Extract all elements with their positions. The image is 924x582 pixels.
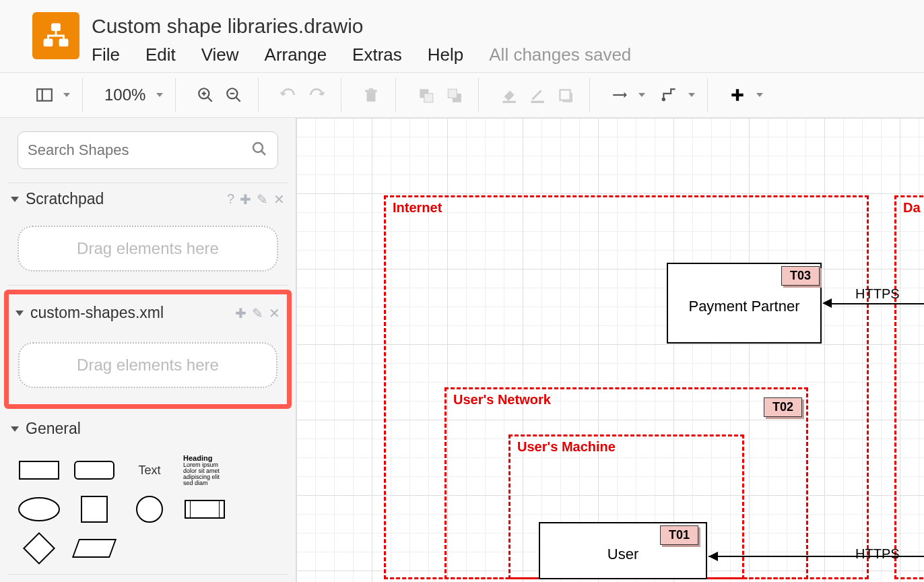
- node-payment-partner-label: Payment Partner: [688, 298, 799, 315]
- tag-t03[interactable]: T03: [781, 266, 820, 286]
- menu-help[interactable]: Help: [428, 44, 463, 65]
- line-color-button[interactable]: [525, 83, 549, 107]
- sidebar: Scratchpad ? ✚ ✎ ✕ Drag elements here cu…: [0, 118, 296, 582]
- svg-rect-3: [37, 89, 52, 100]
- scratchpad-header[interactable]: Scratchpad ? ✚ ✎ ✕: [8, 183, 288, 215]
- edge-https-1-label: HTTPS: [855, 286, 900, 302]
- edge-https-1[interactable]: [831, 303, 924, 304]
- edge-https-2-label: HTTPS: [855, 546, 900, 562]
- node-user-label: User: [607, 546, 638, 563]
- zone-user-network-label: User's Network: [453, 392, 551, 408]
- tag-t01[interactable]: T01: [660, 525, 698, 545]
- svg-line-10: [236, 97, 241, 102]
- chevron-down-icon: [11, 426, 19, 432]
- chevron-down-icon[interactable]: [156, 93, 163, 97]
- menu-view[interactable]: View: [201, 44, 239, 65]
- svg-line-27: [261, 151, 265, 155]
- tag-t02[interactable]: T02: [764, 397, 802, 417]
- shadow-button[interactable]: [553, 83, 577, 107]
- svg-rect-16: [424, 94, 433, 102]
- canvas[interactable]: Internet Da User's Network User's Machin…: [296, 118, 924, 582]
- arrow-head-icon: [708, 552, 718, 561]
- shape-ellipse[interactable]: [15, 493, 63, 525]
- shape-circle[interactable]: [125, 493, 174, 525]
- svg-rect-19: [503, 101, 517, 103]
- custom-shapes-title: custom-shapes.xml: [30, 304, 164, 322]
- custom-dropzone[interactable]: Drag elements here: [18, 342, 277, 388]
- shape-heading[interactable]: HeadingLorem ipsum dolor sit amet adipis…: [180, 454, 229, 486]
- chevron-down-icon[interactable]: [688, 93, 695, 97]
- shape-diamond[interactable]: [15, 532, 63, 564]
- delete-button[interactable]: [359, 83, 383, 107]
- toolbar: 100%: [0, 73, 924, 118]
- waypoint-button[interactable]: [657, 83, 682, 107]
- svg-rect-13: [366, 90, 377, 92]
- svg-rect-2: [59, 39, 69, 47]
- chevron-down-icon[interactable]: [756, 93, 763, 97]
- search-icon[interactable]: [251, 141, 267, 160]
- zoom-in-button[interactable]: [193, 83, 218, 107]
- zoom-out-button[interactable]: [222, 83, 246, 107]
- shape-parallelogram[interactable]: [70, 532, 119, 564]
- svg-point-23: [662, 98, 665, 101]
- scratchpad-dropzone[interactable]: Drag elements here: [18, 226, 278, 271]
- save-status: All changes saved: [489, 44, 631, 65]
- chevron-down-icon[interactable]: [638, 93, 645, 97]
- sidebar-scratchpad: Scratchpad ? ✚ ✎ ✕ Drag elements here: [8, 183, 288, 286]
- custom-shapes-header[interactable]: custom-shapes.xml ✚ ✎ ✕: [9, 294, 287, 331]
- svg-rect-0: [51, 24, 61, 32]
- general-header[interactable]: General: [8, 413, 288, 445]
- scratchpad-title: Scratchpad: [26, 190, 104, 208]
- sidebar-general: General Text HeadingLorem ipsum dolor si…: [8, 413, 288, 575]
- chevron-down-icon[interactable]: [63, 93, 70, 97]
- svg-rect-12: [367, 92, 376, 102]
- general-title: General: [26, 420, 81, 438]
- zone-internet-label: Internet: [393, 200, 442, 216]
- shape-rounded-rectangle[interactable]: [70, 454, 119, 486]
- to-front-button[interactable]: [414, 83, 438, 107]
- shape-square[interactable]: [70, 493, 119, 525]
- shape-rectangle[interactable]: [15, 454, 63, 486]
- svg-point-26: [253, 143, 263, 152]
- menubar: File Edit View Arrange Extras Help All c…: [92, 44, 631, 65]
- close-icon[interactable]: ✕: [273, 191, 285, 207]
- close-icon[interactable]: ✕: [269, 305, 280, 321]
- fill-color-button[interactable]: [496, 83, 521, 107]
- zone-da[interactable]: Da: [894, 195, 924, 579]
- svg-rect-20: [531, 101, 545, 103]
- insert-button[interactable]: [725, 83, 750, 107]
- zone-user-machine-label: User's Machine: [517, 439, 616, 455]
- help-icon[interactable]: ?: [227, 191, 234, 207]
- menu-arrange[interactable]: Arrange: [265, 44, 327, 65]
- svg-rect-18: [449, 89, 457, 98]
- undo-button[interactable]: [276, 83, 300, 107]
- menu-edit[interactable]: Edit: [145, 44, 176, 65]
- menu-file[interactable]: File: [92, 44, 120, 65]
- svg-rect-21: [560, 90, 570, 100]
- svg-line-6: [208, 97, 213, 102]
- sidebar-custom-shapes: custom-shapes.xml ✚ ✎ ✕ Drag elements he…: [4, 290, 292, 409]
- shape-process[interactable]: [180, 493, 229, 525]
- header: Custom shape libraries.drawio File Edit …: [0, 0, 924, 73]
- app-logo[interactable]: [32, 12, 79, 59]
- zone-da-label: Da: [903, 200, 921, 216]
- connection-button[interactable]: [607, 83, 632, 107]
- document-title[interactable]: Custom shape libraries.drawio: [92, 15, 631, 38]
- redo-button[interactable]: [304, 83, 329, 107]
- sidebar-toggle-button[interactable]: [32, 83, 57, 107]
- svg-rect-1: [44, 39, 53, 47]
- shape-text[interactable]: Text: [125, 454, 174, 486]
- zoom-level[interactable]: 100%: [100, 86, 150, 104]
- plus-icon[interactable]: ✚: [235, 305, 246, 321]
- chevron-down-icon: [15, 311, 24, 316]
- chevron-down-icon: [11, 197, 19, 202]
- arrow-head-icon: [822, 298, 832, 308]
- menu-extras[interactable]: Extras: [352, 44, 402, 65]
- to-back-button[interactable]: [442, 83, 466, 107]
- pencil-icon[interactable]: ✎: [257, 191, 268, 207]
- svg-rect-14: [369, 88, 374, 90]
- pencil-icon[interactable]: ✎: [252, 305, 263, 321]
- plus-icon[interactable]: ✚: [240, 191, 251, 207]
- search-input[interactable]: [18, 131, 278, 169]
